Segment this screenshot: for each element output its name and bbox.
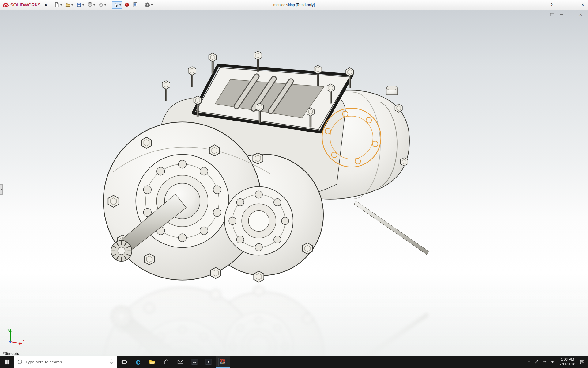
menu-expand-button[interactable]: ▶: [43, 3, 50, 7]
y-axis-arrow: [9, 329, 12, 332]
document-window-controls: ×: [550, 13, 583, 17]
doc-close-icon: ×: [579, 13, 582, 17]
doc-minimize-button[interactable]: [559, 13, 564, 17]
undo-button[interactable]: [97, 1, 107, 9]
start-button[interactable]: [0, 356, 14, 368]
photos-icon: [191, 358, 198, 365]
taskbar-app-solidworks[interactable]: SW 2017: [216, 356, 230, 368]
file-properties-icon: [133, 2, 138, 7]
taskbar-app-photos[interactable]: [187, 356, 202, 368]
input-shaft-spline[interactable]: [111, 240, 132, 261]
tray-volume-button[interactable]: [549, 356, 557, 368]
cortana-icon: [17, 359, 23, 365]
chevron-down-icon: [82, 4, 84, 6]
z-axis-dot: [9, 341, 11, 343]
print-icon: [87, 2, 92, 7]
toolbar-separator: [110, 2, 110, 8]
task-view-button[interactable]: [117, 356, 131, 368]
gear-icon: [145, 2, 150, 7]
select-tool-button[interactable]: [112, 1, 123, 9]
print-button[interactable]: [86, 1, 96, 9]
doc-close-button[interactable]: ×: [578, 13, 583, 17]
document-title: menjac sklop [Read-only]: [273, 3, 315, 7]
hex-bolt[interactable]: [401, 158, 408, 166]
open-button[interactable]: [64, 1, 74, 9]
action-center-button[interactable]: [578, 356, 586, 368]
quick-access-toolbar: [53, 1, 154, 9]
reflection-fade: [0, 285, 588, 356]
chevron-down-icon: [71, 4, 73, 6]
pen-icon: [535, 360, 539, 364]
store-bag-icon: [163, 359, 169, 365]
solidworks-app-window: SOLIDWORKS ▶: [0, 0, 588, 368]
solidworks-logo: SOLIDWORKS: [0, 2, 43, 8]
file-explorer-icon: [149, 359, 156, 365]
orientation-triad: y x: [6, 327, 25, 347]
edge-icon: e: [136, 358, 140, 366]
microphone-icon[interactable]: [109, 359, 114, 365]
right-bearing-flange[interactable]: [224, 186, 293, 255]
y-axis-label: y: [7, 328, 9, 331]
taskbar-app-store[interactable]: [159, 356, 173, 368]
taskbar-search[interactable]: [14, 356, 117, 368]
taskbar-app-mail[interactable]: [173, 356, 187, 368]
doc-minimize-icon: [560, 14, 563, 15]
open-folder-icon: [65, 2, 70, 7]
doc-pane-button[interactable]: [550, 13, 555, 17]
file-properties-button[interactable]: [131, 1, 139, 9]
chevron-down-icon: [119, 4, 121, 6]
chevron-down-icon: [151, 4, 153, 6]
minimize-button[interactable]: [557, 0, 567, 10]
gearbox-assembly[interactable]: [104, 51, 429, 282]
task-view-icon: [121, 359, 127, 365]
taskbar-app-media[interactable]: [202, 356, 216, 368]
taskbar-clock[interactable]: 1:03 PM 7/11/2018: [557, 357, 578, 366]
sw-badge-letters: SW: [220, 359, 225, 362]
sw-badge-year: 2017: [220, 362, 225, 365]
options-button[interactable]: [144, 1, 154, 9]
help-button[interactable]: ?: [546, 0, 557, 10]
system-tray: 1:03 PM 7/11/2018: [525, 356, 588, 368]
speaker-icon: [550, 359, 555, 364]
save-button[interactable]: [75, 1, 85, 9]
x-axis-arrow: [19, 342, 23, 345]
window-controls: ? ×: [546, 0, 588, 10]
graphics-area[interactable]: ×: [0, 10, 588, 356]
search-input[interactable]: [25, 360, 106, 364]
solidworks-logo-icon: [2, 2, 9, 8]
notification-icon: [580, 359, 585, 364]
pane-icon: [550, 13, 554, 17]
rebuild-button[interactable]: [123, 1, 131, 9]
doc-restore-button[interactable]: [569, 13, 574, 17]
tray-expand-button[interactable]: [525, 356, 533, 368]
taskbar-app-edge[interactable]: e: [131, 356, 145, 368]
restore-button[interactable]: [567, 0, 578, 10]
restore-icon: [571, 4, 574, 6]
solidworks-app-icon: SW 2017: [218, 358, 227, 366]
close-icon: ×: [581, 2, 584, 7]
model-3d-gearbox[interactable]: [0, 10, 588, 356]
doc-restore-icon: [570, 14, 572, 16]
mail-envelope-icon: [177, 359, 183, 365]
network-wifi-icon: [542, 359, 547, 364]
select-arrow-icon: [113, 2, 119, 7]
tray-network-button[interactable]: [541, 356, 549, 368]
new-document-button[interactable]: [53, 1, 63, 9]
output-shaft[interactable]: [354, 201, 429, 255]
taskbar-app-file-explorer[interactable]: [145, 356, 159, 368]
close-button[interactable]: ×: [578, 0, 588, 10]
x-axis-label: x: [23, 339, 24, 342]
minimize-icon: [560, 5, 564, 5]
windows-taskbar: e: [0, 356, 588, 368]
windows-logo-icon: [5, 359, 10, 365]
toolbar-separator: [141, 2, 141, 8]
clock-time: 1:03 PM: [561, 357, 574, 362]
hex-bolt[interactable]: [395, 104, 402, 112]
save-icon: [76, 2, 81, 7]
tray-pen-button[interactable]: [533, 356, 541, 368]
media-play-icon: [205, 358, 212, 365]
chevron-up-icon: [527, 360, 531, 364]
chevron-down-icon: [60, 4, 62, 6]
brand-works: WORKS: [24, 2, 40, 7]
chevron-down-icon: [104, 4, 106, 6]
